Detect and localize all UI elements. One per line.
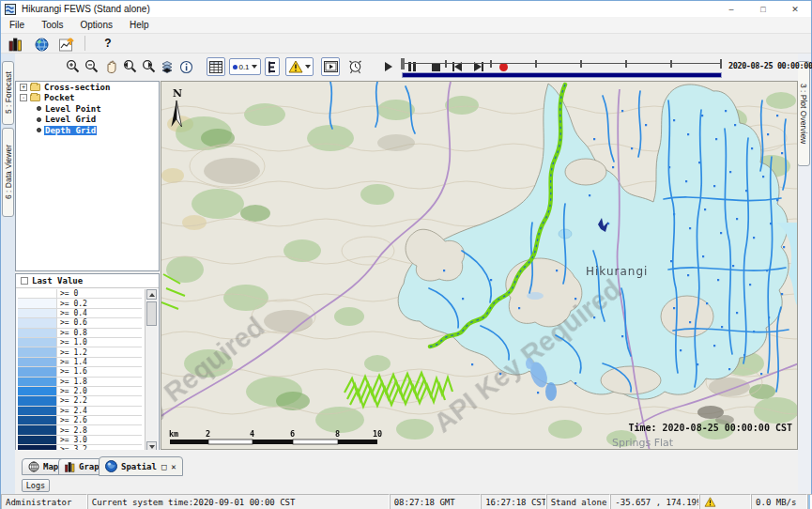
legend-row-label: >= 0.2 bbox=[57, 299, 142, 307]
node-bullet-icon bbox=[37, 106, 41, 111]
node-bullet-icon bbox=[37, 128, 41, 132]
legend-row[interactable]: >= 0.8 bbox=[18, 329, 142, 338]
menu-options[interactable]: Options bbox=[71, 17, 120, 34]
info-icon bbox=[179, 60, 193, 74]
slider-tick bbox=[670, 60, 672, 68]
chart-arrow-icon bbox=[59, 37, 75, 52]
zoom-previous-button[interactable] bbox=[120, 57, 139, 76]
scrollbar-thumb[interactable] bbox=[146, 301, 157, 326]
legend-row[interactable]: >= 3.0 bbox=[18, 436, 142, 445]
map-toolbar: 0.1 bbox=[15, 54, 798, 81]
legend-row[interactable]: >= 1.6 bbox=[18, 367, 142, 377]
status-data-rate: 0.0 MB/s bbox=[751, 494, 807, 509]
help-button[interactable]: ? bbox=[98, 35, 118, 52]
contour-value-dropdown[interactable]: 0.1 bbox=[229, 58, 261, 75]
legend-row[interactable]: >= 1.2 bbox=[18, 347, 142, 357]
legend-color-swatch bbox=[18, 425, 57, 434]
tree-item-label-selected[interactable]: Depth Grid bbox=[44, 126, 97, 135]
expander-minus-icon[interactable]: - bbox=[20, 94, 27, 101]
slider-tick bbox=[445, 60, 447, 68]
maximize-button[interactable]: □ bbox=[747, 1, 779, 17]
legend-row[interactable]: >= 2.6 bbox=[18, 416, 142, 425]
zoom-next-button[interactable] bbox=[139, 57, 158, 76]
grid-icon bbox=[209, 61, 222, 73]
tab-data-viewer[interactable]: 6 : Data Viewer bbox=[2, 128, 14, 217]
animation-timer-button[interactable] bbox=[345, 57, 364, 76]
tab-forecast[interactable]: 5 : Forecast bbox=[2, 61, 14, 125]
play-button[interactable] bbox=[381, 59, 396, 74]
status-bar: Administrator Current system time:2020-0… bbox=[1, 494, 812, 509]
legend-color-swatch bbox=[18, 358, 57, 366]
legend-row[interactable]: >= 1.8 bbox=[18, 378, 142, 387]
tree-item-label[interactable]: Level Grid bbox=[44, 115, 97, 124]
tree-item-label[interactable]: Level Point bbox=[44, 104, 102, 114]
zoom-out-button[interactable] bbox=[83, 57, 101, 76]
menu-tools[interactable]: Tools bbox=[33, 17, 71, 34]
blue-globe-icon bbox=[105, 460, 117, 472]
zoom-in-button[interactable] bbox=[64, 57, 83, 76]
scroll-up-button[interactable] bbox=[146, 289, 157, 300]
tree-item-pocket[interactable]: - Pocket bbox=[16, 93, 159, 104]
tab-spatial[interactable]: Spatial □ ✕ bbox=[99, 456, 183, 476]
menu-file[interactable]: File bbox=[1, 17, 33, 34]
status-user: Administrator bbox=[1, 494, 87, 509]
app-logo-icon bbox=[5, 4, 16, 15]
scale-unit-label: km bbox=[169, 429, 178, 439]
pan-button[interactable] bbox=[101, 57, 120, 76]
tab-close-button[interactable]: ✕ bbox=[171, 462, 176, 471]
right-tab-strip: 3 : Plot Overview bbox=[796, 54, 811, 494]
legend-row[interactable]: >= 0.2 bbox=[18, 299, 142, 308]
timeseries-display-button[interactable] bbox=[56, 35, 77, 52]
map-canvas[interactable]: API Key Required API Key Required bbox=[161, 82, 798, 450]
time-slider-handle[interactable] bbox=[401, 58, 405, 69]
legend-row[interactable]: >= 0 bbox=[18, 289, 142, 299]
folder-icon bbox=[30, 94, 40, 101]
label-springs-flat: Springs Flat bbox=[612, 437, 674, 449]
arrow-down-icon bbox=[149, 445, 155, 449]
map-viewport[interactable]: API Key Required API Key Required bbox=[161, 81, 798, 450]
menu-help[interactable]: Help bbox=[121, 17, 158, 34]
legend-row[interactable]: >= 1.0 bbox=[18, 338, 142, 347]
filter-tree-panel[interactable]: + Cross-section - Pocket Level Point Lev… bbox=[15, 81, 160, 271]
slider-tick bbox=[625, 60, 627, 68]
tree-item-cross-section[interactable]: + Cross-section bbox=[16, 82, 159, 93]
logs-button[interactable]: Logs bbox=[22, 479, 50, 492]
legend-scrollbar[interactable] bbox=[145, 289, 158, 452]
legend-row[interactable]: >= 2.2 bbox=[18, 396, 142, 406]
animation-export-button[interactable] bbox=[321, 57, 340, 76]
layers-button[interactable] bbox=[158, 57, 176, 76]
scale-tick: 6 bbox=[290, 429, 295, 439]
tab-plot-overview[interactable]: 3 : Plot Overview bbox=[797, 61, 810, 166]
legend-row[interactable]: >= 2.0 bbox=[18, 387, 142, 396]
expander-plus-icon[interactable]: + bbox=[20, 84, 27, 91]
tree-item-label[interactable]: Cross-section bbox=[43, 83, 111, 92]
title-bar[interactable]: Hikurangi FEWS (Stand alone) – □ ✕ bbox=[1, 1, 811, 17]
slider-tick bbox=[535, 60, 537, 68]
spatial-display-button[interactable] bbox=[31, 35, 52, 52]
legend-row[interactable]: >= 2.4 bbox=[18, 407, 142, 416]
legend-row-label: >= 1.0 bbox=[57, 338, 142, 347]
info-button[interactable] bbox=[176, 57, 195, 76]
tree-item-label[interactable]: Pocket bbox=[43, 93, 76, 102]
status-warning-cell[interactable] bbox=[699, 494, 751, 509]
tree-item-level-grid[interactable]: Level Grid bbox=[16, 115, 159, 126]
tab-maximize-button[interactable]: □ bbox=[161, 462, 166, 471]
north-label: N bbox=[173, 87, 182, 100]
legend-row[interactable]: >= 0.6 bbox=[18, 318, 142, 328]
legend-row[interactable]: >= 0.4 bbox=[18, 309, 142, 318]
slider-tick bbox=[580, 60, 582, 68]
grid-display-button[interactable] bbox=[207, 57, 225, 76]
warnings-dropdown-button[interactable] bbox=[285, 57, 314, 76]
legend-row-label: >= 1.4 bbox=[57, 358, 142, 366]
tree-item-level-point[interactable]: Level Point bbox=[16, 103, 159, 115]
legend-row[interactable]: >= 1.4 bbox=[18, 358, 142, 367]
minimize-button[interactable]: – bbox=[715, 1, 747, 17]
close-button[interactable]: ✕ bbox=[779, 1, 811, 17]
node-bullet-icon bbox=[37, 117, 41, 122]
legend-row[interactable]: >= 2.8 bbox=[18, 425, 142, 435]
time-slider[interactable] bbox=[400, 56, 724, 79]
profile-display-button[interactable] bbox=[265, 57, 280, 76]
tree-item-depth-grid[interactable]: Depth Grid bbox=[16, 125, 159, 136]
last-value-checkbox[interactable] bbox=[21, 277, 28, 285]
database-display-button[interactable] bbox=[6, 35, 26, 52]
